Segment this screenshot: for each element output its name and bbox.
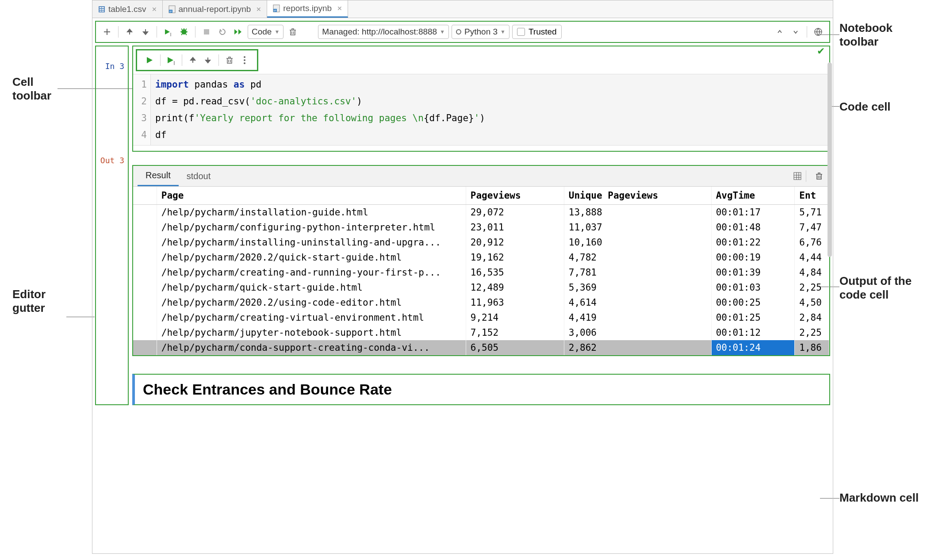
clear-output-icon[interactable] [813,170,825,182]
separator [160,54,161,66]
separator [218,54,219,66]
trusted-checkbox[interactable] [517,28,525,36]
svg-point-19 [244,62,245,64]
table-row[interactable]: /help/pycharm/configuring-python-interpr… [133,220,829,235]
output-table[interactable]: Page Pageviews Unique Pageviews AvgTime … [133,187,829,355]
table-row[interactable]: /help/pycharm/2020.2/quick-start-guide.h… [133,250,829,265]
table-row[interactable]: /help/pycharm/quick-start-guide.html12,4… [133,280,829,295]
move-up-button[interactable] [186,53,200,67]
line-numbers: 1 2 3 4 [133,74,151,145]
in-label: In 3 [96,61,128,71]
tab-table1[interactable]: table1.csv ✕ [92,0,163,18]
trusted-label: Trusted [529,27,557,37]
svg-point-15 [456,30,461,34]
ide-frame: table1.csv ✕ IP annual-report.ipynb ✕ IP… [92,0,833,554]
cell-toolbar: I [136,49,258,71]
separator [118,26,119,38]
svg-rect-1 [100,7,101,8]
prev-cell-button[interactable] [773,25,786,38]
editor-area: In 3 Out 3 I 1 [95,46,830,405]
run-cell-button[interactable] [142,53,157,67]
move-down-button[interactable] [201,53,215,67]
col-unique[interactable]: Unique Pageviews [564,187,711,205]
table-header-row: Page Pageviews Unique Pageviews AvgTime … [133,187,829,205]
table-row[interactable]: /help/pycharm/conda-support-creating-con… [133,340,829,355]
output-tab-stdout[interactable]: stdout [179,167,218,186]
svg-point-17 [244,56,245,58]
open-browser-button[interactable] [812,25,825,38]
run-cell-button[interactable]: I [161,25,175,38]
tab-label: annual-report.ipynb [179,4,251,14]
table-row[interactable]: /help/pycharm/creating-virtual-environme… [133,310,829,325]
chevron-down-icon: ▼ [274,29,280,35]
output-tab-result[interactable]: Result [138,166,179,186]
tab-annual-report[interactable]: IP annual-report.ipynb ✕ [163,0,268,18]
close-icon[interactable]: ✕ [256,6,261,13]
table-view-icon[interactable] [792,170,803,182]
close-icon[interactable]: ✕ [337,5,342,12]
output-cell: Result stdout [132,165,830,356]
tab-label: reports.ipynb [283,4,332,13]
next-cell-button[interactable] [789,25,802,38]
svg-point-18 [244,59,245,61]
markdown-heading: Check Entrances and Bounce Rate [143,381,821,398]
annotation-markdown-cell: Markdown cell [839,491,919,505]
trusted-toggle[interactable]: Trusted [512,25,562,39]
run-below-button[interactable]: I [164,53,178,67]
annotation-output: Output of the code cell [839,274,912,302]
cell-type-dropdown[interactable]: Code ▼ [248,25,283,39]
tab-reports[interactable]: IP reports.ipynb ✕ [267,0,348,18]
add-cell-button[interactable] [100,25,114,38]
kernel-status-icon [456,29,462,35]
svg-text:IP: IP [169,10,172,13]
delete-cell-button[interactable] [286,25,299,38]
col-ent[interactable]: Ent [795,187,829,205]
separator [806,170,806,182]
run-all-button[interactable] [232,25,245,38]
move-up-button[interactable] [123,25,136,38]
trusted-check-icon: ✔ [817,46,825,57]
tab-bar: table1.csv ✕ IP annual-report.ipynb ✕ IP… [92,0,833,18]
svg-rect-2 [102,7,104,8]
server-label: Managed: http://localhost:8888 [322,27,437,37]
table-row[interactable]: /help/pycharm/installation-guide.html29,… [133,205,829,220]
code-editor[interactable]: 1 2 3 4 import pandas as pddf = pd.read_… [133,74,829,146]
delete-button[interactable] [222,53,237,67]
chevron-down-icon: ▼ [440,29,445,35]
move-down-button[interactable] [139,25,152,38]
svg-rect-5 [100,11,101,12]
kernel-label: Python 3 [464,27,498,37]
code-cell: I 1 2 3 4 import pandas as pddf = pd [132,46,830,152]
annotation-cell-toolbar: Cell toolbar [12,75,51,103]
svg-rect-14 [204,29,209,35]
table-row[interactable]: /help/pycharm/creating-and-running-your-… [133,265,829,280]
svg-text:IP: IP [274,9,276,12]
restart-button[interactable] [216,25,229,38]
svg-rect-20 [794,173,801,180]
markdown-cell[interactable]: Check Entrances and Bounce Rate [132,374,830,405]
col-avgtime[interactable]: AvgTime [711,187,795,205]
debug-button[interactable] [177,25,191,38]
kernel-dropdown[interactable]: Python 3 ▼ [452,25,509,39]
interrupt-button[interactable] [200,25,213,38]
scrollbar[interactable] [827,62,832,257]
svg-rect-6 [102,11,104,12]
code-text[interactable]: import pandas as pddf = pd.read_csv('doc… [151,74,490,145]
separator [157,26,157,38]
ipynb-file-icon: IP [272,4,280,12]
more-button[interactable] [238,53,252,67]
table-row[interactable]: /help/pycharm/2020.2/using-code-editor.h… [133,295,829,310]
col-pageviews[interactable]: Pageviews [466,187,564,205]
separator [182,54,182,66]
tab-label: table1.csv [108,4,146,14]
table-row[interactable]: /help/pycharm/installing-uninstalling-an… [133,235,829,250]
annotation-editor-gutter: Editor gutter [12,288,46,315]
chevron-down-icon: ▼ [500,29,506,35]
annotation-code-cell: Code cell [839,100,891,114]
close-icon[interactable]: ✕ [152,6,157,13]
table-row[interactable]: /help/pycharm/jupyter-notebook-support.h… [133,325,829,340]
out-label: Out 3 [96,156,128,165]
annotation-line [66,317,95,317]
server-dropdown[interactable]: Managed: http://localhost:8888 ▼ [318,25,449,39]
col-page[interactable]: Page [157,187,466,205]
